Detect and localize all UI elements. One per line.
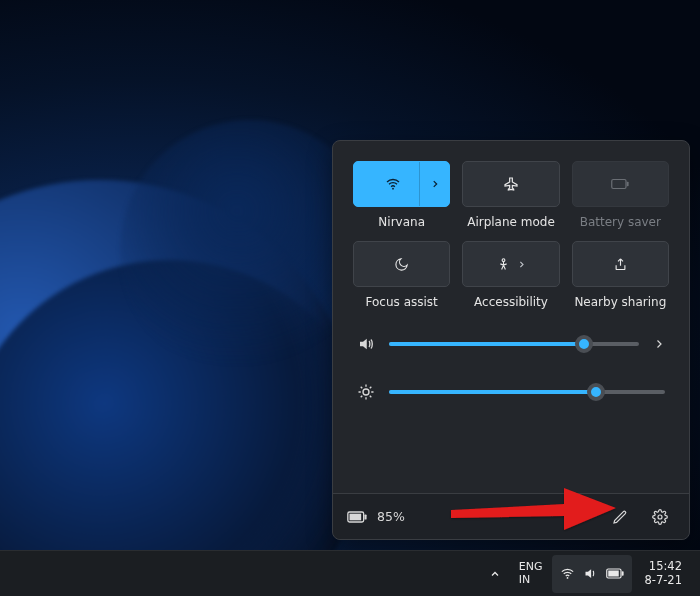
brightness-slider[interactable] — [389, 390, 665, 394]
qs-toggle-focus-assist[interactable] — [353, 241, 450, 287]
qs-tile-nearby-share: Nearby sharing — [572, 241, 669, 309]
taskbar: ENG IN 15:42 8-7-21 — [0, 550, 700, 596]
volume-icon — [357, 335, 375, 353]
language-switcher[interactable]: ENG IN — [513, 555, 549, 593]
qs-tile-focus-assist: Focus assist — [353, 241, 450, 309]
battery-icon — [347, 511, 367, 523]
battery-icon — [611, 178, 629, 190]
clock-time: 15:42 — [649, 560, 682, 573]
qs-toggle-accessibility[interactable] — [462, 241, 559, 287]
quick-settings-panel: NirvanaAirplane modeBattery saverFocus a… — [332, 140, 690, 540]
moon-icon — [394, 257, 409, 272]
qs-label-airplane: Airplane mode — [467, 215, 555, 229]
qs-tile-accessibility: Accessibility — [462, 241, 559, 309]
qs-label-accessibility: Accessibility — [474, 295, 548, 309]
share-icon — [613, 257, 628, 272]
svg-point-9 — [567, 577, 569, 579]
volume-flyout-button[interactable] — [653, 338, 665, 350]
airplane-icon — [503, 176, 519, 192]
volume-slider[interactable] — [389, 342, 639, 346]
svg-rect-11 — [622, 571, 624, 576]
quick-settings-footer: 85% — [333, 493, 689, 539]
edit-button[interactable] — [605, 502, 635, 532]
lang-primary: ENG — [519, 561, 543, 573]
qs-toggle-airplane[interactable] — [462, 161, 559, 207]
brightness-row — [357, 383, 665, 401]
qs-toggle-wifi[interactable] — [353, 161, 450, 207]
svg-rect-6 — [365, 514, 367, 519]
qs-label-wifi: Nirvana — [378, 215, 425, 229]
system-tray[interactable] — [552, 555, 632, 593]
brightness-icon — [357, 383, 375, 401]
volume-row — [357, 335, 665, 353]
qs-label-nearby-share: Nearby sharing — [574, 295, 666, 309]
svg-rect-12 — [609, 571, 620, 577]
qs-expand-wifi[interactable] — [419, 162, 449, 206]
volume-icon — [583, 566, 598, 581]
tray-overflow-button[interactable] — [481, 555, 509, 593]
svg-point-4 — [363, 389, 369, 395]
svg-rect-7 — [350, 513, 362, 520]
lang-secondary: IN — [519, 574, 530, 586]
svg-point-0 — [392, 188, 394, 190]
qs-tile-wifi: Nirvana — [353, 161, 450, 229]
quick-settings-tiles: NirvanaAirplane modeBattery saverFocus a… — [333, 141, 689, 317]
settings-button[interactable] — [645, 502, 675, 532]
svg-rect-1 — [612, 180, 626, 189]
person-icon — [496, 257, 511, 272]
qs-toggle-battery-saver — [572, 161, 669, 207]
battery-percent: 85% — [377, 509, 405, 524]
wifi-icon — [385, 176, 401, 192]
svg-rect-2 — [627, 182, 629, 187]
clock-date: 8-7-21 — [644, 574, 682, 587]
qs-toggle-nearby-share[interactable] — [572, 241, 669, 287]
qs-label-focus-assist: Focus assist — [366, 295, 438, 309]
clock[interactable]: 15:42 8-7-21 — [636, 555, 690, 593]
qs-tile-battery-saver: Battery saver — [572, 161, 669, 229]
svg-point-3 — [502, 258, 505, 261]
qs-tile-airplane: Airplane mode — [462, 161, 559, 229]
quick-settings-sliders — [333, 317, 689, 411]
chevron-right-icon — [517, 260, 526, 269]
qs-label-battery-saver: Battery saver — [580, 215, 661, 229]
wifi-icon — [560, 566, 575, 581]
battery-icon — [606, 568, 624, 579]
svg-point-8 — [658, 515, 662, 519]
